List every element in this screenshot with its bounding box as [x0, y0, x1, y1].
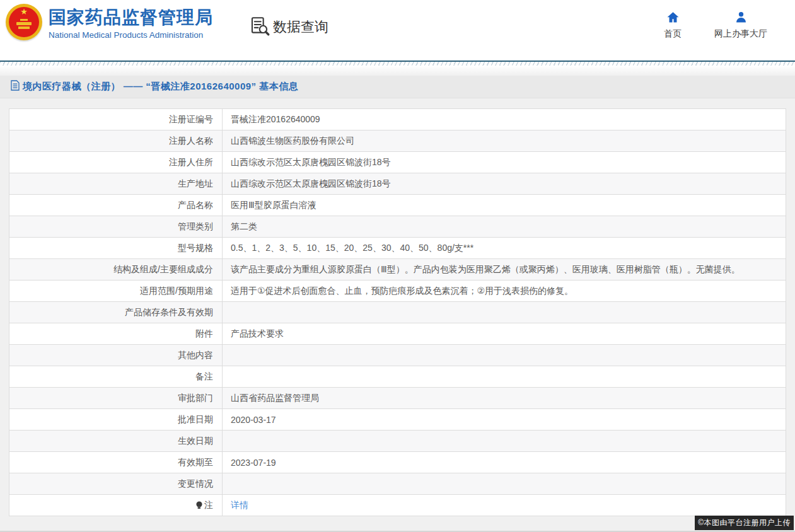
field-label: 适用范围/预期用途 — [9, 280, 223, 302]
table-row: 型号规格0.5、1、2、3、5、10、15、20、25、30、40、50、80g… — [9, 238, 786, 259]
page-title: 境内医疗器械（注册） —— “晋械注准20162640009” 基本信息 — [23, 81, 298, 93]
table-row: 管理类别第二类 — [9, 216, 786, 238]
table-row: 生效日期 — [9, 431, 786, 452]
org-title-block[interactable]: 国家药品监督管理局 National Medical Products Admi… — [49, 7, 213, 40]
field-value: 0.5、1、2、3、5、10、15、20、25、30、40、50、80g/支**… — [223, 238, 786, 259]
field-label: 审批部门 — [9, 388, 223, 409]
doc-search-icon — [249, 15, 270, 39]
field-value: 产品技术要求 — [223, 323, 786, 345]
field-value: 山西锦波生物医药股份有限公司 — [223, 130, 786, 152]
field-value: 山西综改示范区太原唐槐园区锦波街18号 — [223, 152, 786, 173]
nav-online-hall[interactable]: 网上办事大厅 — [714, 11, 767, 40]
field-label: 产品名称 — [9, 195, 223, 216]
field-value: 晋械注准20162640009 — [223, 109, 786, 130]
field-value: 医用Ⅲ型胶原蛋白溶液 — [223, 195, 786, 216]
table-row: 生产地址山西综改示范区太原唐槐园区锦波街18号 — [9, 173, 786, 195]
field-value: 详情 — [223, 495, 786, 516]
data-query-label: 数据查询 — [273, 18, 328, 37]
field-label: 生产地址 — [9, 173, 223, 195]
table-row: 其他内容 — [9, 345, 786, 366]
field-value — [223, 345, 786, 366]
table-row: 结构及组成/主要组成成分该产品主要成分为重组人源胶原蛋白（Ⅲ型）。产品内包装为医… — [9, 259, 786, 280]
field-label: 变更情况 — [9, 473, 223, 495]
table-row: 适用范围/预期用途适用于①促进术后创面愈合、止血，预防疤痕形成及色素沉着；②用于… — [9, 280, 786, 302]
document-icon — [11, 80, 20, 93]
table-row: 备注 — [9, 366, 786, 388]
image-watermark: ©本图由平台注册用户上传 — [695, 516, 794, 530]
nav-home[interactable]: 首页 — [664, 11, 682, 40]
table-row: 注册人住所山西综改示范区太原唐槐园区锦波街18号 — [9, 152, 786, 173]
field-label: 有效期至 — [9, 452, 223, 473]
home-icon — [666, 11, 680, 24]
field-label: 注册证编号 — [9, 109, 223, 130]
table-row: 注 详情 — [9, 495, 786, 516]
field-label: 批准日期 — [9, 409, 223, 431]
field-value — [223, 366, 786, 388]
table-row: 变更情况 — [9, 473, 786, 495]
header-fade — [0, 66, 795, 76]
field-value — [223, 431, 786, 452]
table-row: 有效期至2023-07-19 — [9, 452, 786, 473]
header-nav: 首页 网上办事大厅 — [664, 11, 767, 40]
site-header: ★ 国家药品监督管理局 National Medical Products Ad… — [0, 0, 795, 61]
data-query-section[interactable]: 数据查询 — [249, 15, 328, 39]
field-label: 其他内容 — [9, 345, 223, 366]
table-row: 产品储存条件及有效期 — [9, 302, 786, 323]
field-value: 适用于①促进术后创面愈合、止血，预防疤痕形成及色素沉着；②用于浅表损伤的修复。 — [223, 280, 786, 302]
national-emblem-icon: ★ — [6, 4, 42, 40]
field-label-text: 注 — [204, 500, 213, 510]
field-label: 型号规格 — [9, 238, 223, 259]
registration-info-table: 注册证编号晋械注准20162640009 注册人名称山西锦波生物医药股份有限公司… — [9, 108, 786, 516]
user-icon — [734, 11, 748, 24]
field-label: 注册人名称 — [9, 130, 223, 152]
table-row: 产品名称医用Ⅲ型胶原蛋白溶液 — [9, 195, 786, 216]
field-label: 结构及组成/主要组成成分 — [9, 259, 223, 280]
table-row: 注册证编号晋械注准20162640009 — [9, 109, 786, 130]
nav-home-label: 首页 — [664, 28, 682, 40]
table-row: 注册人名称山西锦波生物医药股份有限公司 — [9, 130, 786, 152]
field-value: 山西省药品监督管理局 — [223, 388, 786, 409]
nav-online-hall-label: 网上办事大厅 — [714, 28, 767, 40]
org-name-en: National Medical Products Administration — [49, 30, 213, 40]
org-name-zh: 国家药品监督管理局 — [49, 7, 213, 28]
gate-icon — [16, 22, 32, 25]
field-label: 注 — [9, 495, 223, 516]
field-value: 该产品主要成分为重组人源胶原蛋白（Ⅲ型）。产品内包装为医用聚乙烯（或聚丙烯）、医… — [223, 259, 786, 280]
table-row: 批准日期2020-03-17 — [9, 409, 786, 431]
field-value — [223, 302, 786, 323]
table-row: 审批部门山西省药品监督管理局 — [9, 388, 786, 409]
field-value: 2020-03-17 — [223, 409, 786, 431]
field-label: 生效日期 — [9, 431, 223, 452]
nmpa-logo[interactable]: ★ — [6, 4, 42, 40]
field-label: 备注 — [9, 366, 223, 388]
field-label: 附件 — [9, 323, 223, 345]
field-label: 管理类别 — [9, 216, 223, 238]
field-label: 产品储存条件及有效期 — [9, 302, 223, 323]
content-area: 注册证编号晋械注准20162640009 注册人名称山西锦波生物医药股份有限公司… — [0, 98, 795, 516]
detail-link[interactable]: 详情 — [231, 500, 248, 510]
field-value: 山西综改示范区太原唐槐园区锦波街18号 — [223, 173, 786, 195]
field-label: 注册人住所 — [9, 152, 223, 173]
field-value: 2023-07-19 — [223, 452, 786, 473]
note-icon — [195, 501, 203, 511]
page-title-bar: 境内医疗器械（注册） —— “晋械注准20162640009” 基本信息 — [0, 76, 795, 98]
field-value — [223, 473, 786, 495]
field-value: 第二类 — [223, 216, 786, 238]
star-icon: ★ — [20, 8, 28, 16]
table-row: 附件产品技术要求 — [9, 323, 786, 345]
